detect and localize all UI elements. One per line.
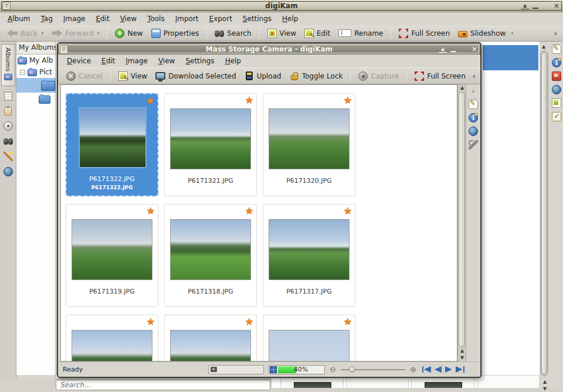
thumbnail-card[interactable]: ★ P6171322.JPG P6171322.JPG [66,93,158,196]
fullscreen-button[interactable]: Full Screen [411,70,469,82]
new-album-button[interactable]: New [111,28,146,39]
properties-tab-icon[interactable] [552,45,561,54]
thumbnail-card[interactable]: ★ P6171316.JPG [66,315,158,362]
menu-settings[interactable]: Settings [238,13,277,24]
menu-album[interactable]: Album [2,13,35,24]
back-dropdown-icon[interactable]: ▾ [41,30,43,36]
star-badge-icon: ★ [245,316,253,327]
geolocation-tab-icon[interactable] [469,127,478,136]
toggle-lock-button[interactable]: Toggle Lock [286,70,347,81]
star-badge-icon: ★ [245,205,253,216]
thumbnail-card[interactable]: ★ P6171320.JPG [263,93,355,196]
menu-import[interactable]: Import [170,13,204,24]
thumbnail-card[interactable]: ★ P6171317.JPG [263,204,355,307]
menu-image[interactable]: Image [120,56,153,66]
tree-item-pictures[interactable]: - Pict [16,66,56,78]
globe-sidebar-icon[interactable] [4,167,13,176]
properties-tab-icon[interactable] [469,100,478,109]
tree-item-my-albums[interactable]: My Alb [16,54,56,66]
menu-device[interactable]: Device [62,56,96,66]
camera-icon [211,367,217,372]
sidebar-tab-albums[interactable]: Albums [1,44,15,86]
scroll-up-icon[interactable]: ▲ [541,379,549,386]
next-item-button[interactable] [445,366,452,373]
main-bottom-bar-right [272,388,563,392]
maximize-window-icon[interactable] [460,45,468,53]
menu-settings[interactable]: Settings [180,56,219,66]
slider-knob[interactable] [349,366,355,373]
menu-edit[interactable]: Edit [90,13,114,24]
previous-item-button[interactable] [435,366,442,373]
colors-tab-icon[interactable] [552,71,561,81]
zoom-out-icon[interactable]: ⊖ [330,365,336,374]
toolbar-overflow-icon[interactable]: › [470,72,478,80]
toolbar-separator [110,71,111,81]
collapse-expander-icon[interactable]: - [20,70,25,75]
search-sidebar-icon[interactable] [4,137,13,146]
tree-item-album[interactable] [16,93,56,105]
last-item-button[interactable] [456,366,464,373]
slideshow-dropdown-icon[interactable]: ▾ [511,30,513,36]
thumbnail-card[interactable]: ★ P6171319.JPG [66,204,158,307]
zoom-slider[interactable] [341,366,405,374]
forward-icon [52,29,62,37]
main-scrollbar-buttons[interactable]: ▲ ▼ [541,379,549,392]
slideshow-button[interactable]: Slideshow [455,28,509,39]
view-button[interactable]: View [115,70,151,82]
fullscreen-button[interactable]: Full Screen [395,28,453,39]
maximize-window-icon[interactable] [542,2,550,10]
calendar-icon[interactable] [4,92,12,101]
menu-tag[interactable]: Tag [35,13,57,24]
first-item-button[interactable] [422,366,431,373]
scroll-down-icon[interactable]: ▼ [541,386,549,392]
filters-tab-icon[interactable] [552,112,561,121]
scroll-up-icon[interactable]: ▲ [458,84,466,91]
menu-tools[interactable]: Tools [142,13,170,24]
rename-button[interactable]: Rename [335,28,386,39]
magic-wand-icon[interactable] [4,152,13,161]
search-button[interactable]: Search [211,28,255,39]
geolocation-tab-icon[interactable] [552,85,561,94]
cancel-button[interactable]: Cancel [63,70,106,82]
scroll-up-icon[interactable]: ▲ [458,347,466,354]
view-button[interactable]: View [264,28,300,39]
star-badge-icon: ★ [245,94,253,105]
scrollbar-thumb[interactable] [459,92,465,347]
thumbnail-card[interactable]: ★ P6171315.JPG [164,315,257,362]
metadata-tab-icon[interactable] [552,58,561,67]
side-overflow-icon[interactable]: › [472,88,474,94]
upload-button[interactable]: Upload [241,70,285,81]
menu-help[interactable]: Help [277,13,303,24]
menu-view[interactable]: View [115,13,142,24]
forward-button[interactable]: Forward▾ [48,28,103,39]
wrench-icon[interactable] [469,140,478,149]
back-button[interactable]: Back▾ [4,28,47,39]
download-selected-button[interactable]: Download Selected [152,71,239,81]
scrollbar-thumb[interactable] [541,52,547,374]
comments-tab-icon[interactable] [552,98,561,108]
zoom-in-icon[interactable]: ⊕ [410,365,416,374]
search-input[interactable] [56,380,270,390]
metadata-tab-icon[interactable] [469,113,478,122]
thumbnail-card[interactable]: ★ [263,315,355,362]
menu-export[interactable]: Export [204,13,238,24]
dialog-vertical-scrollbar[interactable]: ▲ ▲ ▼ [457,84,466,362]
capture-button[interactable]: Capture [355,70,402,82]
main-vertical-scrollbar[interactable]: ▲ [540,43,549,377]
scroll-down-icon[interactable]: ▼ [458,354,466,362]
menu-help[interactable]: Help [220,56,246,66]
thumbnail-card[interactable]: ★ P6171321.JPG [164,93,257,196]
toolbar-separator [406,71,407,81]
properties-button[interactable]: Properties [148,28,203,39]
scroll-up-icon[interactable]: ▲ [540,43,548,50]
edit-button[interactable]: Edit [301,28,334,39]
forward-dropdown-icon[interactable]: ▾ [97,30,99,36]
clipboard-icon[interactable] [4,107,12,115]
menu-edit[interactable]: Edit [96,56,120,66]
disc-icon[interactable] [4,121,13,131]
menu-view[interactable]: View [153,56,180,66]
thumbnail-card[interactable]: ★ P6171318.JPG [164,204,257,307]
toolbar-overflow-icon[interactable]: › [552,29,559,38]
menu-image[interactable]: Image [58,13,91,24]
tree-item-selected-album[interactable] [16,78,56,93]
